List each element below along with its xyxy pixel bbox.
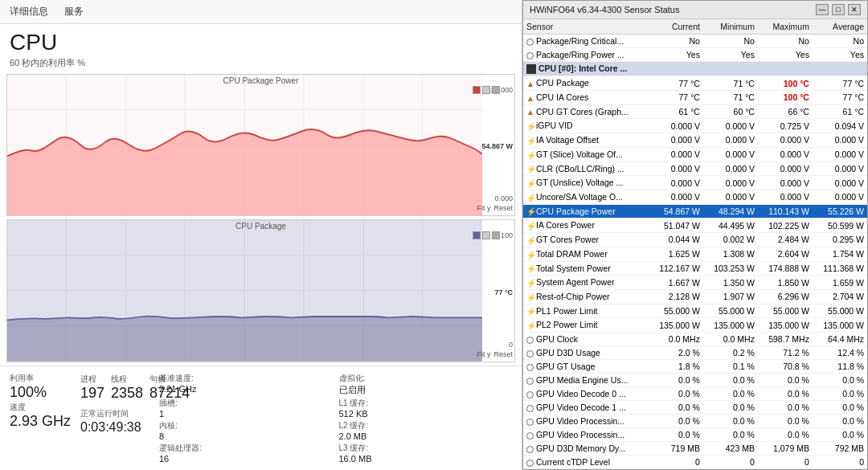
- table-row[interactable]: GPU Video Decode 1 ...0.0 %0.0 %0.0 %0.0…: [523, 401, 867, 415]
- package-chart-min-label: 0: [509, 341, 513, 349]
- table-row[interactable]: GPU D3D Usage2.0 %0.2 %71.2 %12.4 %: [523, 346, 867, 360]
- socket-item: 插槽: 1: [159, 398, 333, 419]
- minimize-button[interactable]: —: [816, 4, 829, 15]
- package-chart-color-box2: [482, 231, 490, 239]
- table-row[interactable]: ⚡PL1 Power Limit55.000 W55.000 W55.000 W…: [523, 304, 867, 318]
- package-fit-button[interactable]: Fit y: [477, 350, 490, 358]
- circle-icon: [526, 362, 536, 371]
- power-chart-val-label: 54.867 W: [481, 142, 513, 150]
- power-fit-button[interactable]: Fit y: [477, 204, 490, 212]
- menu-bar: 详细信息 服务: [0, 0, 522, 24]
- virtual-item: 虚拟化: 已启用: [339, 373, 513, 396]
- table-row[interactable]: GPU D3D Memory Dy...719 MB423 MB1,079 MB…: [523, 442, 867, 456]
- circle-icon: [526, 375, 536, 385]
- socket-value: 1: [159, 409, 333, 419]
- power-chart-min-label: 0.000: [494, 194, 513, 202]
- table-row[interactable]: ▲CPU IA Cores77 °C71 °C100 °C77 °C: [523, 90, 867, 104]
- table-row[interactable]: ⚡CLR (CBo/LLC/Ring) ...0.000 V0.000 V0.0…: [523, 161, 867, 176]
- virtual-label: 虚拟化:: [339, 373, 513, 384]
- table-row[interactable]: ▲CPU Package77 °C71 °C100 °C77 °C: [523, 76, 867, 91]
- cpu-title: CPU: [10, 31, 512, 55]
- bolt-icon: ⚡: [526, 135, 536, 145]
- table-row[interactable]: Package/Ring Power ...YesYesYesYes: [523, 48, 867, 62]
- bolt-icon: ⚡: [526, 235, 536, 244]
- main-area: CPU 60 秒内的利用率 % CPU Package Power: [0, 24, 522, 470]
- table-row[interactable]: GPU Media Engine Us...0.0 %0.0 %0.0 %0.0…: [523, 374, 867, 387]
- table-row[interactable]: ⚡CPU Package Power54.867 W48.294 W110.14…: [523, 204, 867, 219]
- package-chart-svg: [7, 220, 482, 362]
- sensor-table-body: Package/Ring Critical...NoNoNoNoPackage/…: [523, 35, 867, 470]
- restore-button[interactable]: □: [832, 4, 845, 15]
- close-button[interactable]: ✕: [848, 4, 861, 15]
- table-row[interactable]: ⚡GT (Unslice) Voltage ...0.000 V0.000 V0…: [523, 176, 867, 190]
- package-reset-button[interactable]: Reset: [493, 350, 513, 358]
- table-row[interactable]: ⚡Total DRAM Power1.625 W1.308 W2.604 W1.…: [523, 247, 867, 261]
- hwinfo-panel: HWiNFO64 v6.34-4300 Sensor Status — □ ✕ …: [522, 0, 868, 470]
- table-row[interactable]: GPU Video Processin...0.0 %0.0 %0.0 %0.0…: [523, 415, 867, 428]
- power-chart-color-box2: [482, 86, 490, 94]
- table-row[interactable]: ⚡Rest-of-Chip Power2.128 W1.907 W6.296 W…: [523, 290, 867, 304]
- table-row[interactable]: GPU Clock0.0 MHz0.0 MHz598.7 MHz64.4 MHz: [523, 333, 867, 346]
- task-manager-panel: 详细信息 服务 CPU 60 秒内的利用率 % CPU Package Powe…: [0, 0, 522, 470]
- table-row[interactable]: ⚡PL2 Power Limit135.000 W135.000 W135.00…: [523, 318, 867, 333]
- table-row[interactable]: GPU GT Usage1.8 %0.1 %70.8 %11.8 %: [523, 360, 867, 374]
- power-chart-controls: Fit y Reset: [477, 204, 513, 212]
- table-row[interactable]: ⚡GT Cores Power0.044 W0.002 W2.484 W0.29…: [523, 233, 867, 247]
- l2-label: L2 缓存:: [339, 420, 513, 431]
- circle-icon: [526, 416, 536, 426]
- base-speed-item: 基准速度: 2.21 GHz: [159, 373, 333, 396]
- logical-item: 逻辑处理器: 16: [159, 443, 333, 464]
- bolt-icon: ⚡: [526, 192, 536, 202]
- bolt-icon: ⚡: [526, 164, 536, 174]
- l1-value: 512 KB: [339, 409, 513, 419]
- temp-icon: ▲: [526, 78, 536, 88]
- circle-icon: [526, 389, 536, 398]
- temp-icon: ▲: [526, 107, 536, 116]
- table-row[interactable]: ⚡GT (Slice) Voltage Of...0.000 V0.000 V0…: [523, 147, 867, 161]
- table-row[interactable]: ⚡iGPU VID0.000 V0.000 V0.725 V0.094 V: [523, 119, 867, 133]
- table-row[interactable]: ⚡System Agent Power1.667 W1.350 W1.850 W…: [523, 276, 867, 290]
- table-row[interactable]: GPU Video Decode 0 ...0.0 %0.0 %0.0 %0.0…: [523, 387, 867, 401]
- table-row[interactable]: Current cTDP Level0000: [523, 456, 867, 469]
- logical-label: 逻辑处理器:: [159, 443, 333, 454]
- bolt-icon: ⚡: [526, 220, 536, 230]
- base-speed-label: 基准速度:: [159, 373, 333, 384]
- bolt-icon: ⚡: [526, 178, 536, 187]
- cpu-package-chart: CPU Package: [6, 219, 515, 362]
- l2-value: 2.0 MB: [339, 431, 513, 441]
- l3-value: 16.0 MB: [339, 454, 513, 464]
- process-label: 进程: [80, 374, 96, 383]
- hwinfo-titlebar: HWiNFO64 v6.34-4300 Sensor Status — □ ✕: [523, 1, 867, 19]
- bolt-icon: ⚡: [526, 320, 536, 329]
- table-row[interactable]: Package/Ring Critical...NoNoNoNo: [523, 35, 867, 48]
- cpu-subtitle: 60 秒内的利用率 %: [10, 57, 512, 69]
- col-maximum: Maximum: [758, 19, 813, 35]
- circle-icon: [526, 50, 536, 59]
- menu-services[interactable]: 服务: [61, 3, 87, 20]
- process-group: 进程 197 线程 2358 句柄 87214 正常运行时间 0:03:49:3…: [80, 373, 153, 464]
- circle-icon: [526, 334, 536, 344]
- circle-icon: [526, 457, 536, 467]
- col-current: Current: [649, 19, 703, 35]
- table-row[interactable]: CPU [#0]: Intel Core ...: [523, 62, 867, 76]
- circle-icon: [526, 430, 536, 439]
- power-chart-title: CPU Package Power: [223, 76, 299, 85]
- table-row[interactable]: ⚡IA Cores Power51.047 W44.495 W102.225 W…: [523, 219, 867, 233]
- table-row[interactable]: ⚡Uncore/SA Voltage O...0.000 V0.000 V0.0…: [523, 190, 867, 204]
- stats-footer: 利用率 100% 速度 2.93 GHz 进程 197 线程 2358 句柄: [0, 366, 522, 470]
- menu-details[interactable]: 详细信息: [6, 3, 51, 20]
- thread-value: 2358: [111, 385, 143, 403]
- l2-item: L2 缓存: 2.0 MB: [339, 420, 513, 441]
- section-icon: [526, 64, 536, 74]
- table-row[interactable]: ⚡IA Voltage Offset0.000 V0.000 V0.000 V0…: [523, 133, 867, 148]
- table-row[interactable]: ▲CPU GT Cores (Graph...61 °C60 °C66 °C61…: [523, 104, 867, 119]
- package-chart-color-box3: [492, 231, 500, 239]
- package-chart-color-box: [473, 231, 481, 239]
- core-value: 8: [159, 431, 333, 441]
- bolt-icon: ⚡: [526, 206, 536, 216]
- col-minimum: Minimum: [703, 19, 758, 35]
- temp-icon: ▲: [526, 92, 536, 102]
- table-row[interactable]: ⚡Total System Power112.167 W103.253 W174…: [523, 261, 867, 276]
- table-row[interactable]: GPU Video Processin...0.0 %0.0 %0.0 %0.0…: [523, 428, 867, 442]
- power-reset-button[interactable]: Reset: [493, 204, 513, 212]
